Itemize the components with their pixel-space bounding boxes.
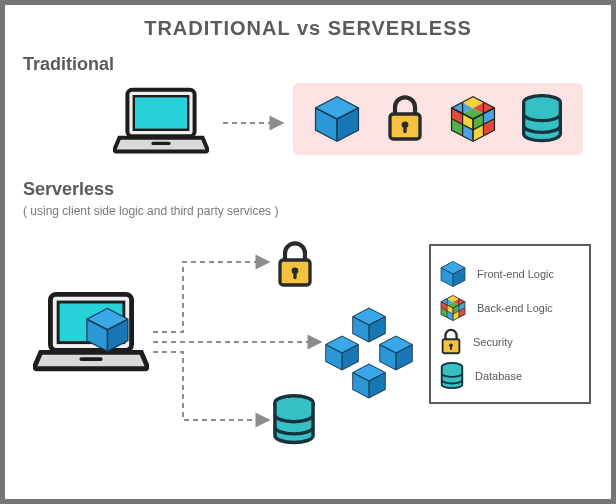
legend-label: Security [473,336,513,348]
frontend-cube-icon [312,94,362,144]
legend-item-frontend: Front-end Logic [439,260,581,288]
cube-cluster [321,306,417,402]
lock-icon [439,328,463,356]
database-icon [271,394,317,446]
frontend-cube-icon [439,260,467,288]
serverless-label: Serverless [23,179,593,200]
serverless-subnote: ( using client side logic and third part… [23,204,593,218]
arrow-icon [223,117,293,129]
laptop-cube-icon [33,288,149,376]
legend-label: Database [475,370,522,382]
legend-item-backend: Back-end Logic [439,294,581,322]
traditional-row [23,81,593,161]
serverless-area: Front-end Logic Back-end Logic Security … [23,226,593,446]
traditional-label: Traditional [23,54,593,75]
lock-icon [384,94,426,144]
lock-icon [275,240,315,290]
frontend-cube-icon [350,362,388,400]
rubik-cube-icon [448,94,498,144]
legend-label: Front-end Logic [477,268,554,280]
rubik-cube-icon [439,294,467,322]
database-icon [439,362,465,390]
database-icon [520,94,564,144]
laptop-icon [113,85,209,157]
traditional-backend-group [293,83,583,155]
legend-label: Back-end Logic [477,302,553,314]
legend-item-database: Database [439,362,581,390]
diagram-frame: TRADITIONAL vs SERVERLESS Traditional Se… [0,0,616,504]
legend: Front-end Logic Back-end Logic Security … [429,244,591,404]
diagram-title: TRADITIONAL vs SERVERLESS [23,17,593,40]
legend-item-security: Security [439,328,581,356]
